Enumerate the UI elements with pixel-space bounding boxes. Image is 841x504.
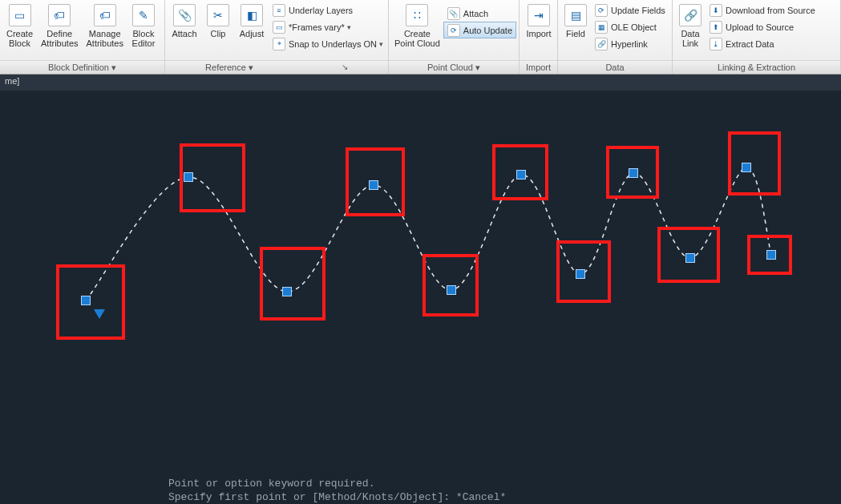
spline-curve	[0, 91, 841, 504]
ole-object-button[interactable]: ▦ OLE Object	[591, 18, 669, 35]
snap-icon: ⌖	[273, 38, 285, 50]
cmd-line-1: Point or option keyword required.	[168, 478, 374, 490]
hyperlink-icon: 🔗	[595, 38, 608, 50]
update-icon: ⟳	[595, 4, 608, 17]
annotation-highlight-box	[180, 143, 245, 212]
cmd-line-2: Specify first point or [Method/Knots/Obj…	[168, 491, 506, 503]
point-cloud-icon: ∷	[406, 4, 428, 26]
annotation-highlight-box	[346, 147, 405, 216]
block-editor-button[interactable]: ✎ Block Editor	[127, 2, 160, 56]
panel-title-linking: Linking & Extraction	[673, 60, 840, 74]
attach-button[interactable]: 📎 Attach	[168, 2, 201, 56]
panel-reference: 📎 Attach ✂ Clip ◧ Adjust ≡ Underlay Laye…	[165, 0, 389, 74]
pc-attach-button[interactable]: 📎 Attach	[443, 5, 516, 22]
define-attributes-button[interactable]: 🏷 Define Attributes	[37, 2, 82, 56]
extract-icon: ⤓	[710, 38, 722, 50]
attach-icon: 📎	[447, 7, 460, 20]
field-icon: ▤	[564, 4, 587, 26]
annotation-highlight-box	[728, 131, 781, 196]
import-button[interactable]: ⇥ Import	[522, 2, 556, 56]
create-block-button[interactable]: ▭ Create Block	[2, 2, 37, 56]
annotation-highlight-box	[423, 254, 479, 317]
drawing-tab-label: me]	[5, 76, 19, 86]
snap-to-underlays-dropdown[interactable]: ⌖ Snap to Underlays ON ▾	[269, 35, 387, 52]
download-from-source-button[interactable]: ⬇ Download from Source	[706, 2, 819, 18]
create-point-cloud-button[interactable]: ∷ Create Point Cloud	[391, 2, 443, 56]
panel-linking-extraction: 🔗 Data Link ⬇ Download from Source ⬆ Upl…	[673, 0, 841, 74]
panel-title-import: Import	[520, 60, 557, 74]
upload-to-source-button[interactable]: ⬆ Upload to Source	[706, 18, 819, 35]
ole-icon: ▦	[595, 21, 608, 34]
annotation-highlight-box	[747, 235, 792, 275]
annotation-highlight-box	[657, 227, 720, 283]
drawing-tab-strip[interactable]: me]	[0, 75, 841, 91]
frames-vary-dropdown[interactable]: ▭ *Frames vary* ▾	[269, 18, 387, 35]
panel-point-cloud: ∷ Create Point Cloud 📎 Attach ⟳ Auto Upd…	[389, 0, 520, 74]
ribbon: ▭ Create Block 🏷 Define Attributes 🏷 Man…	[0, 0, 841, 75]
data-link-icon: 🔗	[679, 4, 702, 26]
download-icon: ⬇	[710, 4, 722, 17]
chevron-down-icon: ▾	[379, 40, 383, 48]
dialog-launcher-icon[interactable]: ↘	[342, 61, 348, 74]
adjust-icon: ◧	[241, 4, 263, 26]
attach-icon: 📎	[173, 4, 196, 26]
tag-icon: 🏷	[48, 4, 71, 26]
underlay-layers-button[interactable]: ≡ Underlay Layers	[269, 2, 387, 18]
hyperlink-button[interactable]: 🔗 Hyperlink	[591, 35, 669, 52]
extract-data-button[interactable]: ⤓ Extract Data	[706, 35, 819, 52]
annotation-highlight-box	[492, 144, 548, 200]
pc-auto-update-button[interactable]: ⟳ Auto Update	[443, 22, 516, 38]
panel-title-reference[interactable]: Reference ▾ ↘	[165, 60, 388, 74]
annotation-highlight-box	[556, 240, 611, 303]
block-icon: ▭	[9, 4, 31, 26]
field-button[interactable]: ▤ Field	[560, 2, 591, 56]
data-link-button[interactable]: 🔗 Data Link	[675, 2, 706, 56]
frame-icon: ▭	[273, 21, 285, 34]
panel-title-point-cloud[interactable]: Point Cloud ▾	[389, 60, 519, 74]
block-editor-icon: ✎	[132, 4, 155, 26]
panel-title-block-definition[interactable]: Block Definition ▾	[0, 60, 164, 74]
command-line[interactable]: Point or option keyword required. Specif…	[168, 477, 841, 504]
adjust-button[interactable]: ◧ Adjust	[235, 2, 269, 56]
clip-icon: ✂	[207, 4, 229, 26]
update-fields-button[interactable]: ⟳ Update Fields	[591, 2, 669, 18]
annotation-highlight-box	[606, 146, 659, 199]
panel-import: ⇥ Import Import	[520, 0, 558, 74]
panel-data: ▤ Field ⟳ Update Fields ▦ OLE Object 🔗 H…	[558, 0, 673, 74]
clip-button[interactable]: ✂ Clip	[201, 2, 235, 56]
manage-attributes-button[interactable]: 🏷 Manage Attributes	[83, 2, 127, 56]
import-icon: ⇥	[528, 4, 550, 26]
refresh-icon: ⟳	[447, 24, 460, 37]
tag-edit-icon: 🏷	[94, 4, 116, 26]
annotation-highlight-box	[260, 247, 325, 321]
upload-icon: ⬆	[710, 21, 722, 34]
panel-title-data: Data	[558, 60, 672, 74]
annotation-highlight-box	[56, 264, 125, 340]
chevron-down-icon: ▾	[347, 23, 351, 31]
layers-icon: ≡	[273, 4, 285, 17]
panel-block-definition: ▭ Create Block 🏷 Define Attributes 🏷 Man…	[0, 0, 165, 74]
drawing-canvas[interactable]: Point or option keyword required. Specif…	[0, 91, 841, 504]
